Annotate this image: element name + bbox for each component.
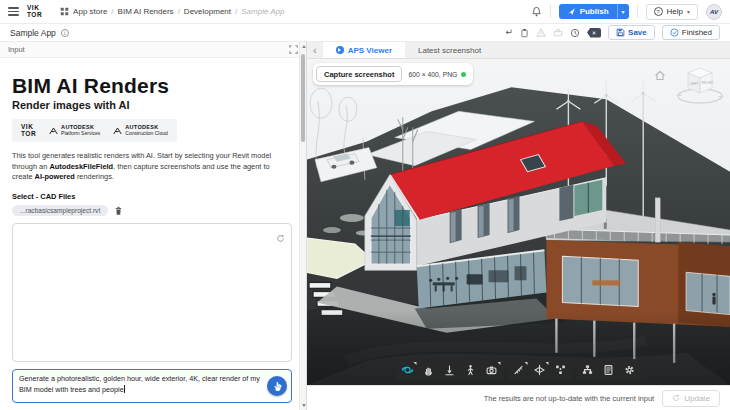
pan-tool-button[interactable] [418, 360, 439, 379]
expand-icon[interactable] [289, 45, 298, 54]
delete-file-button[interactable] [114, 206, 123, 216]
top-header: VIK TOR App store / BIM AI Renders / Dev… [0, 0, 730, 24]
viktor-logo-small: VIK TOR [21, 124, 36, 137]
divider [637, 5, 638, 18]
breadcrumb: App store / BIM AI Renders / Development… [60, 7, 284, 16]
save-button[interactable]: Save [608, 25, 655, 40]
save-label: Save [628, 28, 647, 37]
breadcrumb-development[interactable]: Development [184, 7, 231, 16]
chevron-down-icon: ▾ [687, 8, 690, 15]
grid-icon [60, 7, 69, 16]
capture-card: Capture screenshot 600 × 400, PNG [313, 63, 473, 85]
camera-tool-button[interactable] [481, 360, 502, 379]
layers-icon[interactable] [553, 28, 563, 37]
breadcrumb-bim-ai-renders[interactable]: BIM AI Renders [118, 7, 174, 16]
autodesk-platform-services-logo: AUTODESK Platform Services [49, 124, 100, 136]
app-window: VIK TOR App store / BIM AI Renders / Dev… [0, 0, 730, 410]
help-button[interactable]: ? Help ▾ [646, 4, 698, 20]
info-icon[interactable]: i [61, 29, 69, 37]
question-icon: ? [654, 7, 663, 16]
capture-screenshot-button[interactable]: Capture screenshot [316, 66, 402, 82]
resolution-text: 600 × 400, PNG [408, 71, 466, 78]
clear-key-icon[interactable]: ✕ [587, 28, 601, 38]
left-panel-scrollbar[interactable] [299, 42, 306, 410]
check-circle-icon [670, 28, 679, 37]
output-panel: ‹ APS Viewer Latest screenshot [307, 42, 730, 410]
results-status-bar: The results are not up-to-date with the … [307, 385, 730, 410]
refresh-icon [672, 394, 680, 402]
autodesk-construction-cloud-logo: AUTODESK Construction Cloud [113, 124, 168, 136]
refresh-icon[interactable] [276, 229, 285, 247]
history-icon[interactable] [570, 28, 580, 38]
finished-label: Finished [682, 28, 712, 37]
prompt-text: Generate a photorealistic, golden hour, … [19, 374, 260, 394]
agent-output-box [12, 223, 292, 362]
walk-tool-button[interactable] [460, 360, 481, 379]
breadcrumb-sample-app: Sample App [241, 7, 284, 16]
viewer-toolbar [396, 359, 641, 380]
app-description: This tool generates realistic renders wi… [12, 151, 292, 183]
home-view-button[interactable] [654, 67, 666, 85]
prompt-textarea[interactable]: Generate a photorealistic, golden hour, … [12, 369, 292, 403]
output-tabbar: ‹ APS Viewer Latest screenshot [307, 42, 730, 59]
hamburger-menu-icon[interactable] [8, 7, 19, 15]
aps-3d-viewer[interactable]: Capture screenshot 600 × 400, PNG [307, 59, 730, 385]
input-panel-title: Input [8, 45, 25, 54]
agent-hand-button[interactable] [267, 376, 287, 396]
input-panel: Input BIM AI Renders Render images with … [0, 42, 307, 410]
breadcrumb-separator: / [235, 7, 237, 16]
status-green-dot [461, 72, 466, 77]
page-title: BIM AI Renders [12, 74, 292, 98]
orbit-tool-button[interactable] [397, 360, 418, 379]
model-browser-button[interactable] [577, 360, 598, 379]
return-icon[interactable]: ↵ [506, 28, 514, 37]
autodesk-mark-icon [113, 127, 122, 135]
publish-dropdown-caret[interactable]: ▾ [617, 4, 629, 19]
finished-button[interactable]: Finished [662, 25, 720, 40]
tab-latest-screenshot-label: Latest screenshot [418, 46, 481, 55]
analysis-tools-group [507, 359, 572, 380]
settings-gear-button[interactable] [619, 360, 640, 379]
divider [550, 5, 551, 18]
publish-label: Publish [580, 7, 609, 16]
viewcube-front-face: FRONT [702, 81, 714, 85]
breadcrumb-app-store[interactable]: App store [73, 7, 107, 16]
rocket-icon [567, 7, 576, 16]
clipboard-icon[interactable] [520, 28, 529, 38]
viewcube-left-face: LEFT [690, 82, 700, 86]
status-text: The results are not up-to-date with the … [484, 394, 655, 403]
model-tools-group [576, 359, 641, 380]
app-toolbar-actions: ↵ ✕ Save Finished [506, 25, 720, 40]
section-tool-button[interactable] [529, 360, 550, 379]
save-icon [616, 28, 625, 37]
hand-pointer-icon [272, 381, 283, 392]
measure-tool-button[interactable] [508, 360, 529, 379]
tab-aps-viewer[interactable]: APS Viewer [323, 42, 405, 58]
viktor-logo-bottom: TOR [27, 12, 42, 19]
explode-tool-button[interactable] [550, 360, 571, 379]
app-toolbar: Sample App i ↵ ✕ Save Finis [0, 24, 730, 42]
tab-aps-viewer-label: APS Viewer [348, 46, 392, 55]
update-button[interactable]: Update [662, 390, 720, 407]
publish-button[interactable]: Publish ▾ [559, 4, 629, 19]
notifications-bell-icon[interactable] [531, 6, 542, 17]
file-chip-row: ...racbasicsampleproject.rvt [12, 205, 292, 216]
text-caret [124, 385, 125, 393]
autodesk-mark-icon [49, 127, 58, 135]
aps-viewer-icon [336, 46, 344, 54]
zoom-tool-button[interactable] [439, 360, 460, 379]
viewer-3d-scene[interactable] [307, 59, 730, 385]
partner-logos: VIK TOR AUTODESK Platform Services AU [12, 119, 177, 142]
collapse-chevron-icon[interactable]: ‹ [307, 42, 323, 58]
update-label: Update [684, 394, 710, 403]
tab-latest-screenshot[interactable]: Latest screenshot [405, 42, 494, 58]
view-cube[interactable]: LEFT FRONT [674, 63, 726, 111]
scrollbar-thumb[interactable] [301, 54, 305, 142]
help-label: Help [667, 7, 683, 16]
cad-files-label: Select - CAD Files [12, 192, 292, 201]
input-panel-header: Input [0, 42, 306, 58]
properties-button[interactable] [598, 360, 619, 379]
navigation-tools-group [396, 359, 503, 380]
avatar[interactable]: AV [706, 4, 722, 20]
warning-icon[interactable] [536, 28, 546, 37]
